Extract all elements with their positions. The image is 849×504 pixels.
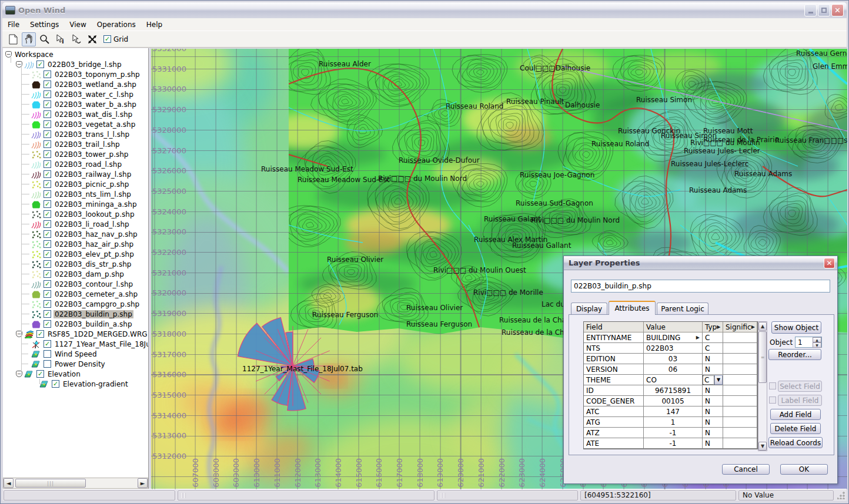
cell-typ[interactable]: N (703, 428, 723, 438)
cell-typ[interactable]: C (703, 343, 723, 354)
cell-signific[interactable] (723, 396, 757, 406)
layer-visibility-checkbox[interactable]: ✓ (44, 310, 51, 318)
zoom-extents-button[interactable] (85, 32, 99, 46)
layer-visibility-checkbox[interactable]: ✓ (44, 280, 51, 288)
table-row[interactable]: ATZ-1N (584, 428, 757, 438)
cell-value[interactable]: 00105 (644, 396, 703, 406)
cell-signific[interactable] (723, 343, 757, 354)
tree-horizontal-scrollbar[interactable]: ◄ ||| ► (3, 478, 148, 489)
table-header-field[interactable]: Field (584, 322, 644, 332)
layer-visibility-checkbox[interactable] (44, 360, 51, 368)
tree-item-label[interactable]: Workspace (14, 51, 55, 59)
tree-item-label[interactable]: 022B03_cemeter_a.shp (54, 290, 139, 298)
table-scrollbar[interactable]: ▲ ≡ ▼ (758, 321, 767, 451)
tree-item-label[interactable]: 022B03_water_b_a.shp (54, 100, 138, 109)
table-header-signific[interactable]: Signific▶ (723, 322, 757, 332)
tree-item-label[interactable]: 022B03_li_road_l.shp (54, 220, 131, 229)
cell-value[interactable]: 96715891 (644, 385, 703, 396)
tree-item-label[interactable]: 022B03_picnic_p.shp (54, 180, 130, 189)
cell-value[interactable]: 03 (644, 354, 703, 364)
layer-visibility-checkbox[interactable]: ✓ (44, 70, 51, 78)
layer-visibility-checkbox[interactable]: ✓ (44, 120, 51, 128)
minimize-button[interactable] (804, 4, 817, 16)
layer-visibility-checkbox[interactable]: ✓ (44, 80, 51, 88)
select-field-checkbox[interactable] (769, 382, 776, 389)
reorder-button[interactable]: Reorder... (768, 349, 821, 360)
tree-item-label[interactable]: 1127_1Year_Mast_File_18Jul07. (54, 340, 149, 348)
tree-item-label[interactable]: 022B03_wetland_a.shp (54, 80, 138, 89)
layer-visibility-checkbox[interactable]: ✓ (44, 110, 51, 118)
tree-item-label[interactable]: Power Density (54, 360, 106, 368)
cell-field[interactable]: ATG (584, 417, 644, 428)
cancel-button[interactable]: Cancel (722, 464, 770, 475)
layer-visibility-checkbox[interactable]: ✓ (44, 90, 51, 98)
cell-field[interactable]: THEME (584, 375, 644, 385)
layer-visibility-checkbox[interactable]: ✓ (44, 100, 51, 108)
cell-typ-combo[interactable]: C▼ (703, 375, 723, 385)
new-document-button[interactable] (6, 32, 20, 46)
layer-visibility-checkbox[interactable]: ✓ (36, 61, 44, 68)
layer-visibility-checkbox[interactable]: ✓ (52, 380, 59, 388)
cell-typ[interactable]: N (703, 364, 723, 375)
layer-visibility-checkbox[interactable]: ✓ (44, 290, 51, 298)
layer-visibility-checkbox[interactable]: ✓ (44, 150, 51, 158)
select-field-button[interactable]: Select Field (778, 381, 822, 392)
layer-filename-input[interactable]: 022B03_buildin_p.shp (571, 280, 830, 293)
add-field-button[interactable]: Add Field (770, 409, 821, 420)
layer-visibility-checkbox[interactable]: ✓ (44, 130, 51, 138)
table-row[interactable]: VERSION06N (584, 364, 757, 375)
layer-visibility-checkbox[interactable]: ✓ (44, 170, 51, 178)
tree-item[interactable]: ✓Elevation-gradient (3, 379, 129, 389)
cell-typ[interactable]: N (703, 438, 723, 449)
cell-typ[interactable]: N (703, 406, 723, 417)
tree-item-label[interactable]: 022B03_buildin_p.shp (54, 310, 133, 318)
table-row[interactable]: ID96715891N (584, 385, 757, 396)
cell-value[interactable]: 022B03 (644, 343, 703, 354)
tree-item[interactable]: −✓Elevation (3, 369, 82, 379)
table-row[interactable]: ENTITYNAMEBUILDING▶C (584, 332, 757, 343)
table-scroll-up[interactable]: ▲ (758, 322, 767, 331)
cell-value[interactable]: 147 (644, 406, 703, 417)
identify-tool-button[interactable]: i (54, 32, 68, 46)
table-row[interactable]: ATE-1N (584, 438, 757, 449)
cell-field[interactable]: CODE_GENER (584, 396, 644, 406)
tree-item-label[interactable]: 022B03_trans_l_l.shp (54, 130, 131, 139)
menu-settings[interactable]: Settings (25, 19, 64, 31)
layer-visibility-checkbox[interactable]: ✓ (44, 160, 51, 168)
tree-item-label[interactable]: Elevation-gradient (62, 380, 129, 388)
cell-value[interactable]: BUILDING▶ (644, 332, 703, 343)
layer-visibility-checkbox[interactable]: ✓ (44, 140, 51, 148)
cell-value[interactable]: -1 (644, 438, 703, 449)
tree-item-label[interactable]: RSF85_1D2D_MERGED.WRG (46, 330, 149, 338)
tree-item-label[interactable]: 022B03_bridge_l.shp (46, 61, 123, 69)
table-row[interactable]: CODE_GENER00105N (584, 396, 757, 406)
tree-item-label[interactable]: Elevation (46, 370, 82, 378)
cell-value[interactable]: 06 (644, 364, 703, 375)
tab-attributes[interactable]: Attributes (609, 301, 656, 315)
layer-visibility-checkbox[interactable]: ✓ (44, 320, 51, 328)
tree-item[interactable]: −✓RSF85_1D2D_MERGED.WRG (3, 329, 149, 339)
cell-field[interactable]: ID (584, 385, 644, 396)
tree-item-label[interactable]: 022B03_wat_dis_l.shp (54, 110, 133, 119)
table-scroll-down[interactable]: ▼ (758, 442, 767, 451)
tree-item-label[interactable]: 022B03_road_l.shp (54, 160, 123, 169)
menu-help[interactable]: Help (141, 19, 168, 31)
cell-typ[interactable]: C (703, 332, 723, 343)
cell-signific[interactable] (723, 406, 757, 417)
table-row[interactable]: THEMECOC▼ (584, 375, 757, 385)
tree-scroll-thumb[interactable]: ||| (15, 479, 86, 488)
layer-visibility-checkbox[interactable]: ✓ (44, 240, 51, 248)
cell-signific[interactable] (723, 438, 757, 449)
tree-item-label[interactable]: 022B03_trail_l.shp (54, 140, 121, 149)
pan-tool-button[interactable] (22, 32, 36, 46)
cell-typ[interactable]: N (703, 385, 723, 396)
layer-visibility-checkbox[interactable]: ✓ (44, 200, 51, 208)
layer-visibility-checkbox[interactable] (44, 350, 51, 358)
dialog-close-button[interactable]: ✕ (824, 258, 835, 268)
cell-signific[interactable] (723, 354, 757, 364)
tree-item-label[interactable]: 022B03_contour_l.shp (54, 280, 134, 288)
select-tool-button[interactable] (69, 32, 83, 46)
layer-visibility-checkbox[interactable]: ✓ (44, 190, 51, 198)
layer-visibility-checkbox[interactable]: ✓ (44, 230, 51, 238)
cell-value[interactable]: CO (644, 375, 703, 385)
